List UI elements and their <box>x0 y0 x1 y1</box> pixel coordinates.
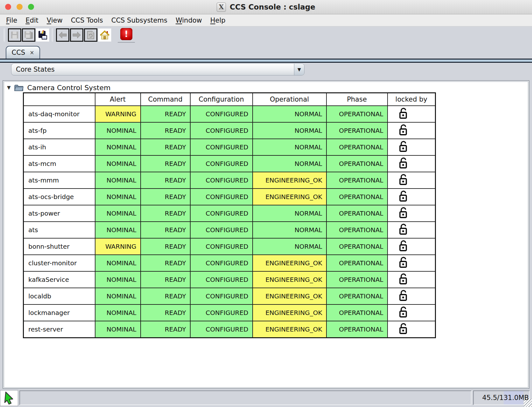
configuration-status-cell: CONFIGURED <box>190 189 253 205</box>
table-row[interactable]: ats-powerNOMINALREADYCONFIGUREDNORMALOPE… <box>24 205 436 222</box>
forward-arrow-icon <box>72 31 81 39</box>
menu-bar: FileEditViewCCS ToolsCCS SubsystemsWindo… <box>0 14 532 26</box>
save-all-button[interactable] <box>22 28 35 42</box>
phase-status-cell: OPERATIONAL <box>326 139 388 155</box>
table-row[interactable]: ats-daq-monitorWARNINGREADYCONFIGUREDNOR… <box>24 106 436 122</box>
alert-status-cell: NOMINAL <box>95 288 141 304</box>
table-row[interactable]: bonn-shutterWARNINGREADYCONFIGUREDNORMAL… <box>24 238 436 255</box>
alert-status-cell: NOMINAL <box>95 155 141 172</box>
status-bar: 45.5/131.0MB <box>0 389 532 407</box>
tree-root-label: Camera Control System <box>27 84 111 92</box>
tree-expand-icon[interactable]: ▼ <box>7 85 11 90</box>
table-row[interactable]: rest-serverNOMINALREADYCONFIGUREDENGINEE… <box>24 321 436 338</box>
back-button[interactable] <box>56 28 69 42</box>
subsystem-name-cell: ats-ocs-bridge <box>24 189 95 205</box>
forward-button[interactable] <box>70 28 83 42</box>
menu-file[interactable]: File <box>2 17 21 24</box>
menu-ccs-tools[interactable]: CCS Tools <box>67 17 107 24</box>
locked-by-cell <box>388 139 436 155</box>
phase-status-cell: OPERATIONAL <box>326 321 388 338</box>
tab-close-icon[interactable]: × <box>30 49 34 56</box>
command-status-cell: READY <box>141 155 190 172</box>
phase-status-cell: OPERATIONAL <box>326 304 388 321</box>
operational-status-cell: ENGINEERING_OK <box>253 304 326 321</box>
alert-status-cell: NOMINAL <box>95 321 141 338</box>
refresh-page-icon <box>87 31 95 39</box>
phase-status-cell: OPERATIONAL <box>326 189 388 205</box>
menu-edit[interactable]: Edit <box>21 17 43 24</box>
column-header: Operational <box>253 93 326 106</box>
alert-button[interactable]: ! <box>120 28 132 40</box>
operational-status-cell: ENGINEERING_OK <box>253 172 326 189</box>
tree-root-node[interactable]: ▼ Camera Control System <box>7 83 110 92</box>
view-selector-combobox[interactable]: Core States ▼ <box>11 63 304 75</box>
refresh-button[interactable] <box>84 28 97 42</box>
table-row[interactable]: atsNOMINALREADYCONFIGUREDNORMALOPERATION… <box>24 222 436 238</box>
operational-status-cell: NORMAL <box>253 106 326 122</box>
column-header: Phase <box>326 93 388 106</box>
command-status-cell: READY <box>141 238 190 255</box>
locked-by-cell <box>388 172 436 189</box>
alert-status-cell: WARNING <box>95 106 141 122</box>
menu-view[interactable]: View <box>43 17 67 24</box>
toolbar-separator <box>52 28 55 42</box>
subsystem-name-cell: rest-server <box>24 321 95 338</box>
memory-usage-panel[interactable]: 45.5/131.0MB <box>473 390 530 405</box>
operational-status-cell: NORMAL <box>253 122 326 139</box>
menu-ccs-subsystems[interactable]: CCS Subsystems <box>107 17 172 24</box>
locked-by-cell <box>388 106 436 122</box>
locked-by-cell <box>388 288 436 304</box>
alert-status-cell: NOMINAL <box>95 172 141 189</box>
ccs-console-window: X CCS Console : cslage FileEditViewCCS T… <box>0 0 532 407</box>
unlocked-icon <box>397 157 410 169</box>
configuration-status-cell: CONFIGURED <box>190 205 253 222</box>
column-header: Configuration <box>190 93 253 106</box>
table-row[interactable]: cluster-monitorNOMINALREADYCONFIGUREDENG… <box>24 255 436 271</box>
configuration-status-cell: CONFIGURED <box>190 222 253 238</box>
command-status-cell: READY <box>141 122 190 139</box>
table-row[interactable]: ats-fpNOMINALREADYCONFIGUREDNORMALOPERAT… <box>24 122 436 139</box>
table-row[interactable]: localdbNOMINALREADYCONFIGUREDENGINEERING… <box>24 288 436 304</box>
table-row[interactable]: ats-ihNOMINALREADYCONFIGUREDNORMALOPERAT… <box>24 139 436 155</box>
home-button[interactable] <box>98 28 111 42</box>
table-row[interactable]: lockmanagerNOMINALREADYCONFIGUREDENGINEE… <box>24 304 436 321</box>
table-row[interactable]: ats-ocs-bridgeNOMINALREADYCONFIGUREDENGI… <box>24 189 436 205</box>
save-button[interactable] <box>8 28 21 42</box>
menu-help[interactable]: Help <box>206 17 230 24</box>
command-status-cell: READY <box>141 271 190 288</box>
tab-ccs[interactable]: CCS × <box>6 46 40 59</box>
phase-status-cell: OPERATIONAL <box>326 155 388 172</box>
content-panel: ▼ Camera Control System AlertCommandConf… <box>3 80 529 389</box>
phase-status-cell: OPERATIONAL <box>326 205 388 222</box>
save-as-button[interactable] <box>36 28 49 42</box>
command-status-cell: READY <box>141 139 190 155</box>
unlocked-icon <box>397 306 410 318</box>
alert-status-cell: NOMINAL <box>95 222 141 238</box>
menu-window[interactable]: Window <box>172 17 206 24</box>
tab-panel-edge <box>0 59 532 63</box>
chevron-down-icon[interactable]: ▼ <box>294 64 304 75</box>
column-header: Alert <box>95 93 141 106</box>
command-status-cell: READY <box>141 255 190 271</box>
unlocked-icon <box>397 140 410 153</box>
unlocked-icon <box>397 190 410 203</box>
subsystem-name-cell: lockmanager <box>24 304 95 321</box>
status-message-panel <box>19 390 472 405</box>
unlocked-icon <box>397 107 410 120</box>
table-row[interactable]: kafkaServiceNOMINALREADYCONFIGUREDENGINE… <box>24 271 436 288</box>
operational-status-cell: NORMAL <box>253 155 326 172</box>
subsystem-states-table: AlertCommandConfigurationOperationalPhas… <box>23 92 436 338</box>
subsystem-name-cell: localdb <box>24 288 95 304</box>
unlocked-icon <box>397 256 410 269</box>
locked-by-cell <box>388 321 436 338</box>
locked-by-cell <box>388 238 436 255</box>
command-status-cell: READY <box>141 189 190 205</box>
subsystem-name-cell: ats-power <box>24 205 95 222</box>
table-row[interactable]: ats-mcmNOMINALREADYCONFIGUREDNORMALOPERA… <box>24 155 436 172</box>
phase-status-cell: OPERATIONAL <box>326 172 388 189</box>
command-status-cell: READY <box>141 304 190 321</box>
back-arrow-icon <box>58 31 67 39</box>
tab-strip: CCS × <box>0 44 532 59</box>
alert-status-cell: NOMINAL <box>95 205 141 222</box>
table-row[interactable]: ats-mmmNOMINALREADYCONFIGUREDENGINEERING… <box>24 172 436 189</box>
